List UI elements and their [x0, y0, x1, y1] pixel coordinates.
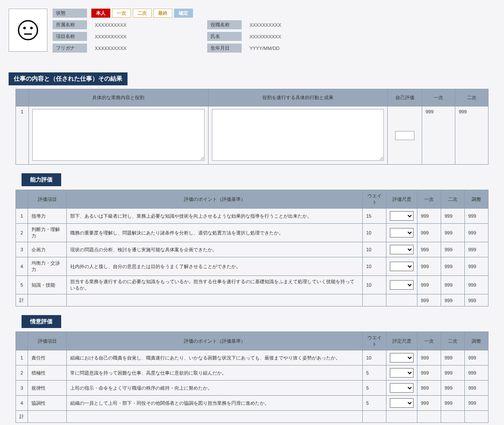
action-textarea[interactable] — [212, 109, 384, 161]
svg-point-2 — [30, 27, 33, 29]
adjust-score: 999 — [465, 257, 488, 276]
table-row: 1 999 999 — [16, 106, 488, 165]
field-label: 生年月日 — [207, 44, 242, 53]
section3-title: 情意評価 — [22, 315, 61, 328]
adjust-score: 999 — [465, 350, 488, 366]
header-first: 一次 — [417, 190, 441, 209]
row-number: 4 — [16, 257, 28, 276]
total-row: 計999999999 — [16, 294, 488, 306]
second-score: 999 — [441, 257, 465, 276]
eval-item: 協調性 — [28, 396, 67, 411]
eval-desc: 現状の問題点の分析、検討を通じ実施可能な具体案を企画できたか。 — [67, 242, 363, 257]
table-row: 1責任性組織における自己の職責を自覚し、職責遂行にあたり、いかなる困難な状況下に… — [16, 350, 488, 366]
first-score: 999 — [422, 106, 455, 165]
header-point: 評価のポイント（評価基準） — [67, 190, 363, 209]
scale-select[interactable] — [390, 262, 414, 271]
weight-value: 10 — [363, 350, 386, 366]
status-badges: 本人 一次 二次 最終 確定 — [91, 9, 193, 18]
adjust-score: 999 — [465, 396, 488, 411]
scale-select[interactable] — [390, 211, 414, 221]
eval-desc: 上司の指示・命令をよく守り職場の秩序の維持・向上に努めたか。 — [67, 381, 363, 396]
total-label: 計 — [16, 294, 28, 306]
eval-item: 判断力・理解力 — [28, 224, 67, 242]
table-row: 3企画力現状の問題点の分析、検討を通じ実施可能な具体案を企画できたか。10999… — [16, 242, 488, 257]
table-row: 5知識・技能担当する業務を遂行するのに必要な知識をもっているか。担当する仕事を遂… — [16, 276, 488, 294]
scale-select[interactable] — [390, 228, 414, 237]
eval-item: 積極性 — [28, 366, 67, 381]
eval-item: 企画力 — [28, 242, 67, 257]
scale-select[interactable] — [390, 280, 414, 290]
field-value: XXXXXXXXXX — [91, 33, 130, 41]
header-point: 評価のポイント（評価基準） — [67, 332, 363, 350]
first-score: 999 — [417, 224, 441, 242]
adjust-score: 999 — [465, 381, 488, 396]
work-content-table: 具体的な業務内容と役割 役割を遂行する具体的行動と成果 自己評価 一次 二次 1… — [16, 89, 488, 165]
header-action: 役割を遂行する具体的行動と成果 — [208, 89, 388, 106]
header-first: 一次 — [417, 332, 441, 350]
adjust-score: 999 — [465, 276, 488, 294]
table-row: 2積極性常に問題意識を持って困難な仕事、高度な仕事に意欲的に取り組んだか。599… — [16, 366, 488, 381]
first-score: 999 — [417, 257, 441, 276]
second-score: 999 — [441, 366, 465, 381]
eval-desc: 社内外の人と接し、自分の意思または目的をうまく了解させることができたか。 — [67, 257, 363, 276]
badge-first: 一次 — [112, 9, 131, 18]
header-content: 具体的な業務内容と役割 — [28, 89, 208, 106]
header-second: 二次 — [455, 89, 488, 106]
first-score: 999 — [417, 209, 441, 224]
eval-desc: 組織の一員として上司・部下・同役その他関係者との協調を図り担当業務を円滑に進めた… — [67, 396, 363, 411]
table-row: 2判断力・理解力職務の重要度を理解し、問題解決にあたり諸条件を分析し、適切な処置… — [16, 224, 488, 242]
table-row: 1指導力部下、あるいは下級者に対し、業務上必要な知識や技術を向上させるような効果… — [16, 209, 488, 224]
ability-eval-table: 評価項目 評価のポイント（評価基準） ウエイト 評価尺度 一次 二次 調整 1指… — [16, 190, 488, 306]
scale-select[interactable] — [390, 353, 414, 362]
weight-value: 5 — [363, 396, 386, 411]
eval-desc: 常に問題意識を持って困難な仕事、高度な仕事に意欲的に取り組んだか。 — [67, 366, 363, 381]
self-eval-input[interactable] — [395, 131, 414, 140]
header-scale: 評価尺度 — [386, 190, 417, 209]
header-scale: 評定尺度 — [386, 332, 417, 350]
scale-select[interactable] — [390, 368, 414, 378]
field-value: XXXXXXXXXX — [91, 44, 130, 52]
eval-item: 均衡力・交渉力 — [28, 257, 67, 276]
eval-item: 指導力 — [28, 209, 67, 224]
row-number: 1 — [16, 106, 29, 165]
table-row: 4協調性組織の一員として上司・部下・同役その他関係者との協調を図り担当業務を円滑… — [16, 396, 488, 411]
row-number: 4 — [16, 396, 28, 411]
svg-point-1 — [23, 27, 26, 29]
header-adjust: 調整 — [465, 190, 488, 209]
total-second: 999 — [441, 294, 465, 306]
sentiment-eval-table: 評価項目 評価のポイント（評価基準） ウエイト 評定尺度 一次 二次 調整 1責… — [16, 331, 488, 423]
total-adjust: 999 — [465, 294, 488, 306]
weight-value: 15 — [363, 209, 386, 224]
row-number: 1 — [16, 209, 28, 224]
field-label: 項目名称 — [53, 32, 87, 41]
field-label: 所属名称 — [53, 20, 87, 29]
weight-value: 10 — [363, 276, 386, 294]
second-score: 999 — [441, 350, 465, 366]
field-label: フリガナ — [53, 44, 87, 53]
scale-select[interactable] — [390, 245, 414, 254]
profile-header: 状態 本人 一次 二次 最終 確定 所属名称 XXXXXXXXXX 項目名称 X… — [9, 9, 495, 55]
second-score: 999 — [441, 242, 465, 257]
section1-title: 仕事の内容と（任された仕事）その結果 — [9, 72, 128, 85]
first-score: 999 — [417, 350, 441, 366]
header-first: 一次 — [422, 89, 455, 106]
header-item: 評価項目 — [28, 332, 67, 350]
avatar — [9, 9, 47, 52]
row-number: 3 — [16, 242, 28, 257]
header-weight: ウエイト — [363, 190, 386, 209]
badge-self: 本人 — [91, 9, 110, 18]
content-textarea[interactable] — [32, 109, 205, 161]
row-number: 2 — [16, 224, 28, 242]
first-score: 999 — [417, 381, 441, 396]
row-number: 2 — [16, 366, 28, 381]
scale-select[interactable] — [390, 398, 414, 408]
eval-item: 規律性 — [28, 381, 67, 396]
first-score: 999 — [417, 366, 441, 381]
total-adjust — [465, 411, 488, 423]
second-score: 999 — [441, 224, 465, 242]
scale-select[interactable] — [390, 383, 414, 393]
first-score: 999 — [417, 242, 441, 257]
header-item: 評価項目 — [28, 190, 67, 209]
second-score: 999 — [441, 209, 465, 224]
adjust-score: 999 — [465, 366, 488, 381]
